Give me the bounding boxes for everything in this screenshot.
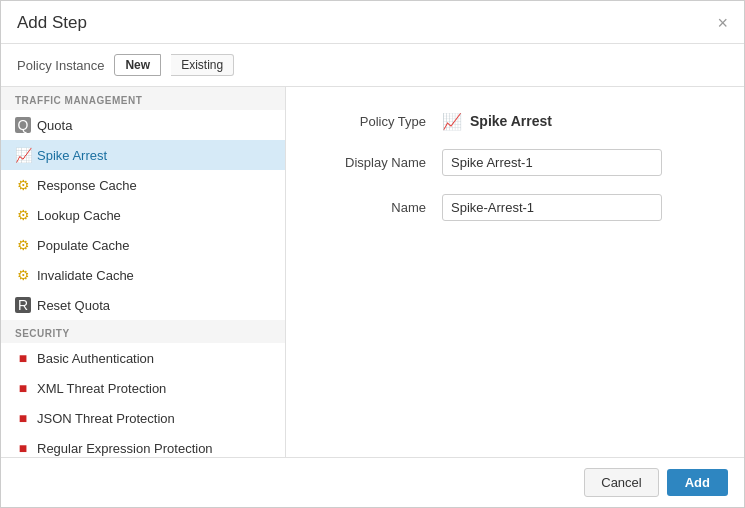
sidebar-item-quota-label: Quota [37, 118, 72, 133]
sidebar: TRAFFIC MANAGEMENT Q Quota 📈 Spike Arres… [1, 87, 286, 457]
modal-body: TRAFFIC MANAGEMENT Q Quota 📈 Spike Arres… [1, 87, 744, 457]
name-label: Name [316, 200, 426, 215]
add-step-modal: Add Step × Policy Instance New Existing … [0, 0, 745, 508]
policy-type-icon: 📈 [442, 111, 462, 131]
quota-icon: Q [15, 117, 31, 133]
sidebar-item-xml-threat-label: XML Threat Protection [37, 381, 166, 396]
policy-type-display: 📈 Spike Arrest [442, 111, 552, 131]
policy-type-value: Spike Arrest [470, 113, 552, 129]
policy-instance-row: Policy Instance New Existing [1, 44, 744, 87]
lookup-cache-icon: ⚙ [15, 207, 31, 223]
sidebar-item-response-cache[interactable]: ⚙ Response Cache [1, 170, 285, 200]
reset-quota-icon: R [15, 297, 31, 313]
xml-threat-icon: ■ [15, 380, 31, 396]
sidebar-item-spike-arrest[interactable]: 📈 Spike Arrest [1, 140, 285, 170]
sidebar-item-xml-threat[interactable]: ■ XML Threat Protection [1, 373, 285, 403]
policy-instance-label: Policy Instance [17, 58, 104, 73]
sidebar-item-json-threat[interactable]: ■ JSON Threat Protection [1, 403, 285, 433]
modal-header: Add Step × [1, 1, 744, 44]
sidebar-item-basic-auth-label: Basic Authentication [37, 351, 154, 366]
cancel-button[interactable]: Cancel [584, 468, 658, 497]
regex-protection-icon: ■ [15, 440, 31, 456]
json-threat-icon: ■ [15, 410, 31, 426]
section-header-traffic: TRAFFIC MANAGEMENT [1, 87, 285, 110]
sidebar-item-invalidate-cache-label: Invalidate Cache [37, 268, 134, 283]
sidebar-item-populate-cache[interactable]: ⚙ Populate Cache [1, 230, 285, 260]
name-row: Name [316, 194, 714, 221]
spike-arrest-icon: 📈 [15, 147, 31, 163]
sidebar-item-invalidate-cache[interactable]: ⚙ Invalidate Cache [1, 260, 285, 290]
content-panel: Policy Type 📈 Spike Arrest Display Name … [286, 87, 744, 457]
sidebar-item-response-cache-label: Response Cache [37, 178, 137, 193]
modal-title: Add Step [17, 13, 87, 33]
sidebar-item-lookup-cache[interactable]: ⚙ Lookup Cache [1, 200, 285, 230]
display-name-input[interactable] [442, 149, 662, 176]
add-button[interactable]: Add [667, 469, 728, 496]
display-name-label: Display Name [316, 155, 426, 170]
tab-new[interactable]: New [114, 54, 161, 76]
response-cache-icon: ⚙ [15, 177, 31, 193]
basic-auth-icon: ■ [15, 350, 31, 366]
sidebar-item-reset-quota-label: Reset Quota [37, 298, 110, 313]
close-button[interactable]: × [717, 14, 728, 32]
sidebar-item-regex-protection[interactable]: ■ Regular Expression Protection [1, 433, 285, 457]
sidebar-item-basic-auth[interactable]: ■ Basic Authentication [1, 343, 285, 373]
tab-existing[interactable]: Existing [171, 54, 234, 76]
invalidate-cache-icon: ⚙ [15, 267, 31, 283]
name-input[interactable] [442, 194, 662, 221]
policy-type-row: Policy Type 📈 Spike Arrest [316, 111, 714, 131]
sidebar-item-regex-protection-label: Regular Expression Protection [37, 441, 213, 456]
sidebar-item-lookup-cache-label: Lookup Cache [37, 208, 121, 223]
section-header-security: SECURITY [1, 320, 285, 343]
policy-type-label: Policy Type [316, 114, 426, 129]
sidebar-item-json-threat-label: JSON Threat Protection [37, 411, 175, 426]
sidebar-item-quota[interactable]: Q Quota [1, 110, 285, 140]
sidebar-item-spike-arrest-label: Spike Arrest [37, 148, 107, 163]
modal-footer: Cancel Add [1, 457, 744, 507]
sidebar-item-populate-cache-label: Populate Cache [37, 238, 130, 253]
sidebar-item-reset-quota[interactable]: R Reset Quota [1, 290, 285, 320]
display-name-row: Display Name [316, 149, 714, 176]
populate-cache-icon: ⚙ [15, 237, 31, 253]
